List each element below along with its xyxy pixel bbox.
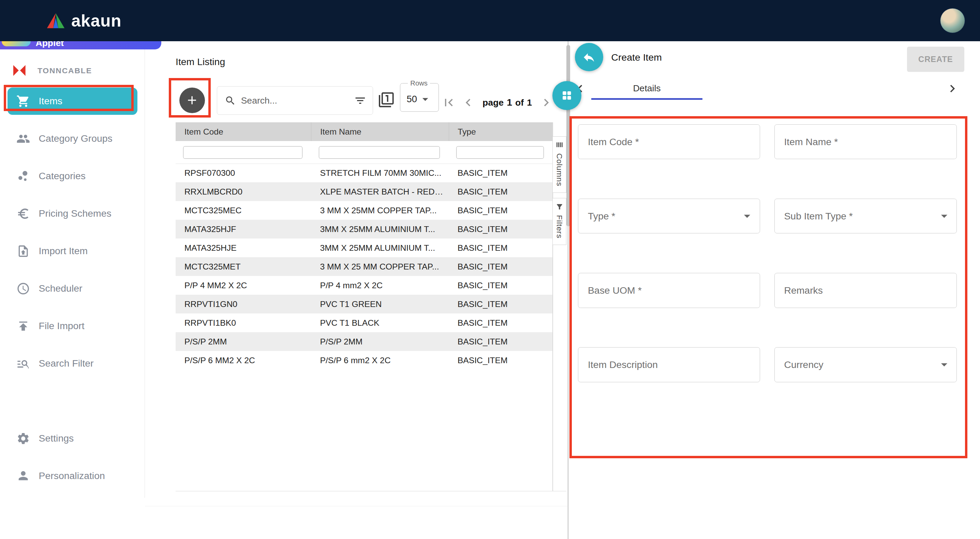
people-icon — [16, 132, 30, 146]
euro-icon — [16, 207, 30, 220]
sidebar-item-items[interactable]: Items — [0, 82, 145, 120]
table-row[interactable]: RRXLMBCRD0 XLPE MASTER BATCH - RED ... B… — [176, 182, 552, 201]
sidebar-nav: Items Category Groups Categories Pricing — [0, 82, 145, 382]
item-code-filter-input[interactable] — [183, 146, 302, 159]
table-row[interactable]: MATA325HJE 3MM X 25MM ALUMINIUM T... BAS… — [176, 238, 552, 257]
item-code-field[interactable]: Item Code * — [578, 124, 760, 159]
topbar: akaun — [0, 0, 980, 41]
tenant-row[interactable]: TONNCABLE — [0, 60, 92, 81]
currency-select[interactable]: Currency — [775, 347, 957, 382]
type-filter-input[interactable] — [456, 146, 544, 159]
chevron-down-icon — [937, 357, 952, 372]
brand-name: akaun — [71, 11, 122, 30]
chevron-down-icon — [740, 209, 755, 224]
sidebar: Doc Item Maintenance Applet TONNCABLE It… — [0, 0, 145, 498]
back-button[interactable] — [575, 43, 603, 71]
table-row[interactable]: RRPVTI1BK0 PVC T1 BLACK BASIC_ITEM — [176, 314, 552, 332]
user-avatar[interactable] — [940, 8, 965, 33]
item-description-field[interactable]: Item Description — [578, 347, 760, 382]
cell-item-code: RPSF070300 — [176, 163, 311, 182]
funnel-icon — [555, 203, 564, 211]
table-header-row: Item Code Item Name Type — [176, 122, 552, 141]
chevron-down-icon — [418, 92, 432, 106]
filters-tab[interactable]: Filters — [552, 198, 566, 245]
rows-per-page-select[interactable]: Rows 50 — [400, 79, 439, 112]
cell-type: BASIC_ITEM — [449, 276, 552, 295]
item-table: Item Code Item Name Type RPSF070300 STRE… — [176, 122, 552, 370]
cell-item-name: P/P 4 mm2 X 2C — [311, 276, 449, 295]
brand-logo[interactable]: akaun — [46, 11, 122, 30]
plus-icon — [185, 94, 199, 107]
table-row[interactable]: RRPVTI1GN0 PVC T1 GREEN BASIC_ITEM — [176, 295, 552, 314]
column-header-type[interactable]: Type — [449, 122, 552, 141]
sidebar-item-pricing-schemes[interactable]: Pricing Schemes — [0, 195, 145, 232]
cell-item-name: STRETCH FILM 70MM 30MIC... — [311, 163, 449, 182]
sidebar-item-search-filter[interactable]: Search Filter — [0, 345, 145, 382]
prev-page-icon[interactable] — [461, 95, 476, 110]
create-button[interactable]: CREATE — [907, 47, 965, 71]
sidebar-item-scheduler[interactable]: Scheduler — [0, 270, 145, 307]
columns-tab-label: Columns — [555, 153, 564, 186]
table-row[interactable]: RPSF070300 STRETCH FILM 70MM 30MIC... BA… — [176, 163, 552, 182]
page-indicator: page 1 of 1 — [482, 97, 532, 108]
cell-type: BASIC_ITEM — [449, 201, 552, 220]
sidebar-nav-footer: Settings Personalization — [0, 420, 145, 495]
sidebar-item-label: Settings — [39, 433, 74, 444]
remarks-field[interactable]: Remarks — [775, 273, 957, 308]
tenant-logo-icon — [11, 62, 28, 79]
cell-item-name: P/S/P 2MM — [311, 332, 449, 351]
filter-list-icon[interactable] — [354, 94, 367, 107]
cell-item-name: 3 MM X 25MM COPPER TAP... — [311, 201, 449, 220]
sidebar-item-personalization[interactable]: Personalization — [0, 457, 145, 495]
base-uom-field[interactable]: Base UOM * — [578, 273, 760, 308]
table-filter-row — [176, 141, 552, 163]
sidebar-item-file-import[interactable]: File Import — [0, 307, 145, 345]
apps-grid-button[interactable] — [552, 81, 581, 110]
rows-value: 50 — [406, 94, 417, 105]
current-page: 1 — [507, 97, 512, 108]
type-select[interactable]: Type * — [578, 199, 760, 234]
sidebar-item-import-item[interactable]: Import Item — [0, 232, 145, 270]
cell-item-code: MATA325HJF — [176, 220, 311, 238]
cell-item-name: 3MM X 25MM ALUMINIUM T... — [311, 220, 449, 238]
table-row[interactable]: P/S/P 6 MM2 X 2C P/S/P 6 mm2 X 2C BASIC_… — [176, 351, 552, 370]
sidebar-item-categories[interactable]: Categories — [0, 157, 145, 195]
cell-item-name: P/S/P 6 mm2 X 2C — [311, 351, 449, 370]
table-row[interactable]: P/S/P 2MM P/S/P 2MM BASIC_ITEM — [176, 332, 552, 351]
columns-tab[interactable]: Columns — [552, 136, 566, 193]
tabs-scroll-right-icon[interactable] — [945, 81, 960, 96]
sidebar-item-label: File Import — [39, 320, 84, 331]
item-name-filter-input[interactable] — [319, 146, 440, 159]
cell-item-name: XLPE MASTER BATCH - RED ... — [311, 182, 449, 201]
total-pages: 1 — [527, 97, 532, 108]
sub-item-type-select[interactable]: Sub Item Type * — [775, 199, 957, 234]
table-body: RPSF070300 STRETCH FILM 70MM 30MIC... BA… — [176, 163, 552, 370]
next-page-icon[interactable] — [539, 95, 554, 110]
cell-item-name: PVC T1 GREEN — [311, 295, 449, 314]
cart-icon — [16, 94, 30, 108]
scrollbar-thumb[interactable] — [566, 45, 570, 226]
cell-item-code: RRPVTI1GN0 — [176, 295, 311, 314]
upload-icon — [16, 319, 30, 333]
table-row[interactable]: P/P 4 MM2 X 2C P/P 4 mm2 X 2C BASIC_ITEM — [176, 276, 552, 295]
cell-type: BASIC_ITEM — [449, 238, 552, 257]
item-name-field[interactable]: Item Name * — [775, 124, 957, 159]
table-row[interactable]: MCTC325MEC 3 MM X 25MM COPPER TAP... BAS… — [176, 201, 552, 220]
table-row[interactable]: MCTC325MET 3 MM X 25 MM COPPER TAP... BA… — [176, 257, 552, 276]
column-header-item-code[interactable]: Item Code — [176, 122, 311, 141]
table-row[interactable]: MATA325HJF 3MM X 25MM ALUMINIUM T... BAS… — [176, 220, 552, 238]
tab-details[interactable]: Details — [591, 83, 702, 94]
column-header-item-name[interactable]: Item Name — [311, 122, 449, 141]
columns-icon — [555, 141, 564, 149]
cell-item-name: 3 MM X 25 MM COPPER TAP... — [311, 257, 449, 276]
duplicate-pages-icon[interactable] — [378, 92, 395, 108]
cell-item-code: MCTC325MET — [176, 257, 311, 276]
search-input[interactable] — [241, 95, 349, 106]
search-icon — [225, 95, 236, 106]
chevron-down-icon — [937, 209, 952, 224]
sidebar-item-settings[interactable]: Settings — [0, 420, 145, 457]
add-item-button[interactable] — [179, 87, 205, 113]
sidebar-item-category-groups[interactable]: Category Groups — [0, 120, 145, 157]
first-page-icon[interactable] — [441, 95, 456, 110]
akaun-triangle-icon — [46, 13, 65, 29]
